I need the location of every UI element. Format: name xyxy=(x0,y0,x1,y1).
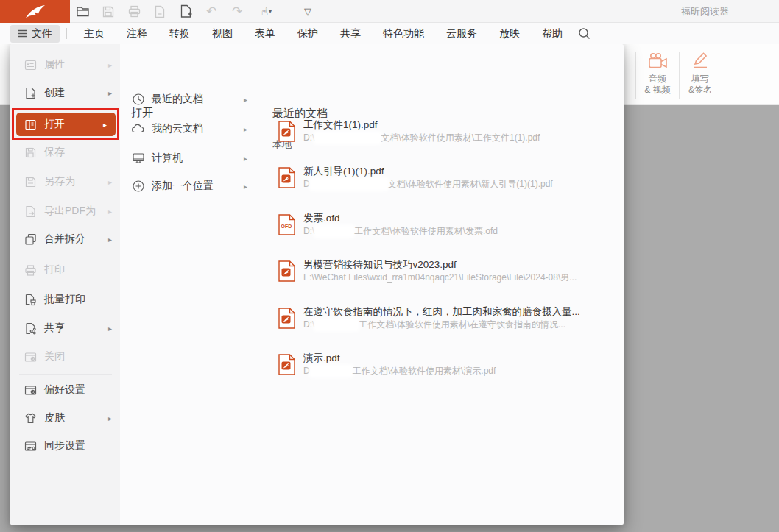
recent-file[interactable]: 演示.pdf D工作文档\体验软件使用素材\演示.pdf xyxy=(278,351,617,385)
export-pdf-icon xyxy=(24,205,37,218)
sidebar-item-share[interactable]: 共享 ▸ xyxy=(24,320,113,336)
submenu-arrow-icon: ▸ xyxy=(244,96,247,104)
print-button[interactable] xyxy=(127,4,141,19)
save-button[interactable] xyxy=(101,4,116,19)
file-path: E:\WeChat Files\wxid_rra1m04nqaqc21\File… xyxy=(303,272,577,284)
menu-tab-bar: 文件 主页 注释 转换 视图 表单 保护 共享 特色功能 云服务 放映 帮助 xyxy=(0,23,779,44)
file-backstage-panel: 属性 ▸ 创建 ▸ 打开 ▸ 保存 另存为 ▸ 导出PDF为 ▸ xyxy=(10,44,624,525)
cloud-icon xyxy=(131,122,145,136)
open-panel-title: 打开 xyxy=(131,106,153,120)
svg-text:OFD: OFD xyxy=(281,224,292,229)
redo-button[interactable]: ↷ xyxy=(230,4,244,19)
sidebar-divider xyxy=(19,374,112,375)
recent-file[interactable]: 男模营销接待知识与技巧v2023.pdf E:\WeChat Files\wxi… xyxy=(278,258,617,291)
hamburger-icon xyxy=(18,29,27,38)
redacted-path-segment xyxy=(315,320,358,330)
video-camera-icon xyxy=(646,49,669,74)
open-item-computer[interactable]: 计算机 ▸ xyxy=(131,150,247,166)
submenu-arrow-icon: ▸ xyxy=(244,182,247,191)
redacted-path-segment xyxy=(315,133,380,143)
recent-file[interactable]: 工作文件1(1).pdf D:\文档\体验软件使用素材\工作文件1(1).pdf xyxy=(278,118,617,152)
tab-cloud-service[interactable]: 云服务 xyxy=(435,23,488,44)
open-item-add-a-place[interactable]: 添加一个位置 ▸ xyxy=(131,178,247,194)
pdf-file-icon xyxy=(278,308,295,332)
recent-file[interactable]: OFD 发票.ofd D:\工作文档\体验软件使用素材\发票.ofd xyxy=(278,211,617,245)
submenu-arrow-icon: ▸ xyxy=(244,125,247,133)
sidebar-item-save-as[interactable]: 另存为 ▸ xyxy=(24,174,113,190)
sidebar-item-properties[interactable]: 属性 ▸ xyxy=(24,57,113,73)
tab-protect[interactable]: 保护 xyxy=(286,23,329,44)
submenu-arrow-icon: ▸ xyxy=(108,89,112,97)
tab-share[interactable]: 共享 xyxy=(329,23,372,44)
recent-file[interactable]: 新人引导(1)(1).pdf D文档\体验软件使用素材\新人引导(1)(1).p… xyxy=(278,164,617,198)
file-menu-button[interactable]: 文件 xyxy=(10,25,60,43)
hand-tool-button[interactable]: ☝ ▾ xyxy=(255,4,278,19)
submenu-arrow-icon: ▸ xyxy=(108,208,112,216)
redacted-path-segment xyxy=(311,180,387,189)
search-button[interactable] xyxy=(578,27,591,40)
skin-icon xyxy=(24,411,37,425)
sidebar-item-close[interactable]: 关闭 xyxy=(24,349,113,365)
toolbar-separator xyxy=(289,6,289,18)
recent-file[interactable]: 在遵守饮食指南的情况下，红肉，加工肉和家禽的膳食摄入量... D:\工作文档\体… xyxy=(278,305,617,338)
preferences-icon xyxy=(24,383,37,397)
audio-video-button[interactable]: 音频 & 视频 xyxy=(638,49,677,102)
pdf-file-icon xyxy=(278,260,295,285)
submenu-arrow-icon: ▸ xyxy=(108,414,112,422)
app-logo[interactable] xyxy=(0,0,70,23)
file-path: D:\文档\体验软件使用素材\工作文件1(1).pdf xyxy=(303,132,540,144)
file-path: D:\工作文档\体验软件使用素材\在遵守饮食指南的情况... xyxy=(303,319,565,331)
sidebar-item-batch-print[interactable]: 批量打印 xyxy=(24,291,113,308)
sync-settings-icon xyxy=(24,439,37,453)
tab-view[interactable]: 视图 xyxy=(201,23,244,44)
redacted-path-segment xyxy=(311,366,352,376)
tab-special-features[interactable]: 特色功能 xyxy=(372,23,435,44)
open-item-my-cloud-documents[interactable]: 我的云文档 ▸ xyxy=(131,121,247,137)
pdf-file-icon xyxy=(278,354,295,378)
quick-access-toolbar: ↶ ↷ ☝ ▾ ▽ xyxy=(75,0,315,23)
submenu-arrow-icon: ▸ xyxy=(108,235,112,244)
sidebar-item-export-pdf[interactable]: 导出PDF为 ▸ xyxy=(24,203,113,219)
pdf-file-icon xyxy=(278,167,295,191)
sidebar-divider xyxy=(19,464,112,464)
tab-home[interactable]: 主页 xyxy=(73,23,116,44)
open-folder-button[interactable] xyxy=(75,4,90,19)
tab-convert[interactable]: 转换 xyxy=(158,23,201,44)
sidebar-item-skin[interactable]: 皮肤 ▸ xyxy=(24,410,113,426)
print-icon xyxy=(24,263,37,277)
merge-split-icon xyxy=(24,233,37,246)
undo-button[interactable]: ↶ xyxy=(204,4,219,19)
sidebar-item-create[interactable]: 创建 ▸ xyxy=(24,85,113,101)
file-path: D:\工作文档\体验软件使用素材\发票.ofd xyxy=(303,225,498,238)
new-document-button[interactable] xyxy=(178,4,193,19)
sidebar-item-merge-split[interactable]: 合并拆分 ▸ xyxy=(24,231,113,247)
annotation-highlight-box xyxy=(12,108,119,140)
app-title: 福昕阅读器 xyxy=(681,0,729,23)
save-icon xyxy=(24,146,37,159)
fill-sign-button[interactable]: 填写 &签名 xyxy=(680,49,720,102)
computer-icon xyxy=(131,152,145,166)
sidebar-item-sync-settings[interactable]: 同步设置 xyxy=(24,438,113,454)
open-item-recent-documents[interactable]: 最近的文档 ▸ xyxy=(131,91,247,107)
clock-icon xyxy=(131,93,145,107)
submenu-arrow-icon: ▸ xyxy=(108,324,112,333)
ribbon-separator xyxy=(635,52,636,99)
sidebar-item-save[interactable]: 保存 xyxy=(24,144,113,160)
title-bar: ↶ ↷ ☝ ▾ ▽ 福昕阅读器 xyxy=(0,0,779,23)
batch-print-icon xyxy=(24,293,37,306)
sidebar-item-print[interactable]: 打印 xyxy=(24,262,113,278)
foxit-bird-icon xyxy=(24,4,46,20)
tab-presentation[interactable]: 放映 xyxy=(488,23,531,44)
tab-help[interactable]: 帮助 xyxy=(531,23,574,44)
tab-form[interactable]: 表单 xyxy=(244,23,286,44)
close-document-button[interactable] xyxy=(152,4,167,19)
save-as-icon xyxy=(24,175,37,188)
ofd-file-icon: OFD xyxy=(278,214,295,238)
ribbon-separator xyxy=(679,52,680,99)
ribbon-separator xyxy=(722,52,722,99)
customize-toolbar-button[interactable]: ▽ xyxy=(300,4,315,19)
sidebar-item-preferences[interactable]: 偏好设置 xyxy=(24,382,113,398)
share-icon xyxy=(24,322,37,335)
tab-comment[interactable]: 注释 xyxy=(116,23,158,44)
file-path: D文档\体验软件使用素材\新人引导(1)(1).pdf xyxy=(303,178,553,191)
